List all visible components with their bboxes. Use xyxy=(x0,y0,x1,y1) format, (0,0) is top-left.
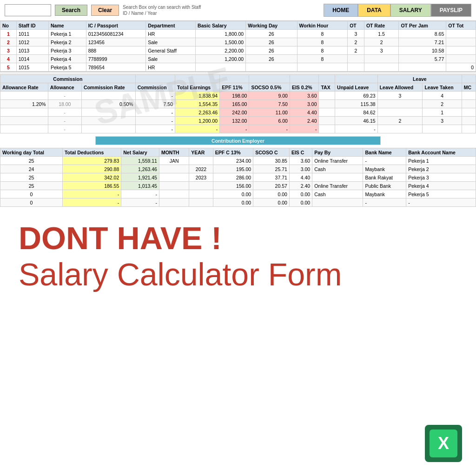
leave-group-header: Leave xyxy=(377,75,462,83)
table-cell: Bank Rakyat xyxy=(363,173,406,182)
table-cell xyxy=(189,198,213,207)
table-cell: 84.62 xyxy=(335,108,378,117)
nav-salary-button[interactable]: SALARY xyxy=(390,4,431,17)
table-cell: 0123456081234 xyxy=(86,30,145,38)
commission-group-header: Commission xyxy=(0,75,136,83)
table-cell xyxy=(399,63,446,72)
table-cell: 0.00 xyxy=(213,190,253,198)
table-cell xyxy=(319,92,335,100)
table-cell xyxy=(348,63,364,72)
table-cell: 5 xyxy=(0,63,17,72)
table-cell: 20.57 xyxy=(253,182,290,190)
table-cell: 279.83 xyxy=(62,157,121,165)
table-cell: - xyxy=(249,125,290,133)
table-cell: Online Transfer xyxy=(312,157,363,165)
col-comm-rate: Commission Rate xyxy=(81,83,135,92)
col-socso-h: SOCSO 0.5% xyxy=(249,83,290,92)
nav-data-button[interactable]: DATA xyxy=(358,4,390,17)
col-mc-h: MC xyxy=(462,83,476,92)
col-pay-by: Pay By xyxy=(312,148,363,157)
table-cell: 3 xyxy=(364,46,399,55)
table-cell: 8 xyxy=(297,46,348,55)
contribution-employer-header: Contribution Employer xyxy=(95,137,380,145)
table-cell: Maybank xyxy=(363,165,406,173)
nav-payslip-button[interactable]: PAYSLIP xyxy=(431,4,471,17)
table-cell: - xyxy=(121,190,159,198)
table-cell: Online Transfer xyxy=(312,182,363,190)
table-cell xyxy=(81,125,135,133)
table-row: 11011Pekerja 10123456081234HR1,800.00268… xyxy=(0,30,476,38)
table-cell xyxy=(462,92,476,100)
table-row: 25279.831,559.11JAN234.0030.853.60Online… xyxy=(0,157,476,165)
table-cell: 25 xyxy=(0,157,63,165)
table-cell: 0 xyxy=(0,190,63,198)
col-allowance-rate: Allowance Rate xyxy=(0,83,48,92)
col-eis xyxy=(290,75,319,83)
table-row: 25342.021,921.452023286.0037.714.40Bank … xyxy=(0,173,476,182)
search-input[interactable] xyxy=(5,4,51,16)
table-cell: Cash xyxy=(312,190,363,198)
table-cell: 3 xyxy=(0,46,17,55)
table-cell: 8 xyxy=(297,55,348,63)
table-cell: 290.88 xyxy=(62,165,121,173)
table-row: ------- xyxy=(0,125,476,133)
table-row: 31013Pekerja 3888General Staff2,200.0026… xyxy=(0,46,476,55)
col-commission-val: Commission xyxy=(135,83,175,92)
table-cell: 2,263.46 xyxy=(175,108,220,117)
col-mc xyxy=(462,75,476,83)
table-cell: 3.60 xyxy=(290,92,319,100)
col-deductions: Total Deductions xyxy=(62,148,121,157)
table-cell: 26 xyxy=(246,46,297,55)
table-cell xyxy=(189,157,213,165)
col-eis-c: EIS C xyxy=(289,148,312,157)
table-cell xyxy=(319,117,335,125)
col-eis-h: EIS 0.2% xyxy=(290,83,319,92)
salary-calculator-subtitle: Salary Calculator Form xyxy=(19,256,457,294)
allowance-header-group: Commission Leave xyxy=(0,75,476,83)
table-cell xyxy=(189,190,213,198)
table-cell: 2 xyxy=(0,38,17,46)
table-cell: 1,500.00 xyxy=(196,38,246,46)
table-cell xyxy=(377,125,423,133)
table-cell: 0.00 xyxy=(253,190,290,198)
table-cell: 1,200.00 xyxy=(196,55,246,63)
table-cell: 2,200.00 xyxy=(196,46,246,55)
table-cell xyxy=(462,100,476,108)
table-cell: - xyxy=(48,108,81,117)
col-ot-per-jam: OT Per Jam xyxy=(399,21,446,30)
table-cell: - xyxy=(135,92,175,100)
table-cell: Pekerja 3 xyxy=(48,46,86,55)
col-allowance: Allowance xyxy=(48,83,81,92)
search-button[interactable]: Search xyxy=(55,5,87,16)
col-bank-name: Bank Name xyxy=(363,148,406,157)
table-cell: Pekerja 4 xyxy=(48,55,86,63)
table-cell: 4 xyxy=(423,92,462,100)
table-cell: 2.40 xyxy=(290,117,319,125)
table-cell: 0.00 xyxy=(253,198,290,207)
allowance-table-body: --1,838.94198.009.003.6069.23341.20%18.0… xyxy=(0,92,476,133)
table-cell xyxy=(312,198,363,207)
col-staff-id: Staff ID xyxy=(16,21,48,30)
table-cell: 1,554.35 xyxy=(175,100,220,108)
table-cell: 132.00 xyxy=(220,117,249,125)
table-cell: 789654 xyxy=(86,63,145,72)
table-cell xyxy=(377,100,423,108)
table-cell: HR xyxy=(146,30,196,38)
col-scoso-c: SCOSO C xyxy=(253,148,290,157)
nav-home-button[interactable]: HOME xyxy=(324,4,358,17)
table-cell xyxy=(159,190,189,198)
table-cell: HR xyxy=(146,63,196,72)
table-cell xyxy=(446,55,476,63)
col-unpaid-h: Unpaid Leave xyxy=(335,83,378,92)
col-ic: IC / Passport xyxy=(86,21,145,30)
clear-button[interactable]: Clear xyxy=(91,5,119,16)
table-cell: 3.00 xyxy=(289,165,312,173)
col-wd-total: Working day Total xyxy=(0,148,63,157)
contribution-column-headers: Working day Total Total Deductions Net S… xyxy=(0,148,476,157)
col-ot-tot: OT Tot xyxy=(446,21,476,30)
table-cell: - xyxy=(135,108,175,117)
excel-icon: X xyxy=(425,425,462,462)
contribution-table-body: 25279.831,559.11JAN234.0030.853.60Online… xyxy=(0,157,476,207)
table-cell xyxy=(0,108,48,117)
contribution-header-table: Contribution Employer xyxy=(95,136,381,145)
